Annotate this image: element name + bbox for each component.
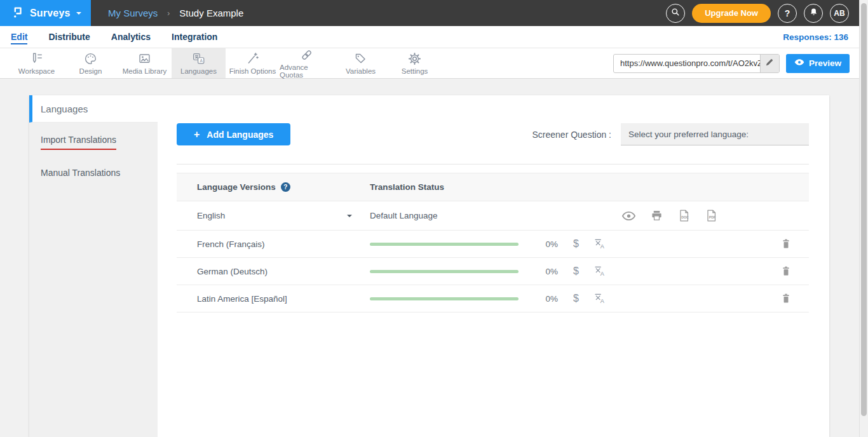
scrollbar-thumb[interactable] [861,3,867,416]
sidebar-items: Import Translations Manual Translations [29,123,158,437]
default-language-dropdown[interactable]: English [197,211,370,220]
toolbar-item-label: Finish Options [229,67,276,75]
languages-panel: Languages Import Translations Manual Tra… [29,95,829,437]
top-bar-actions: Upgrade Now ? AB [666,4,859,23]
header-language-versions: Language Versions ? [197,182,370,192]
paid-translation-icon[interactable]: $ [573,266,579,277]
tab-analytics[interactable]: Analytics [111,32,151,42]
tab-distribute[interactable]: Distribute [48,32,90,42]
tab-edit[interactable]: Edit [11,32,27,42]
table-row-language: Latin America [Español] 0% $ A [177,285,809,313]
toolbar-item-label: Media Library [123,67,167,75]
search-icon [670,7,681,19]
toolbar-item-label: Settings [402,67,428,75]
delete-language-icon[interactable] [781,293,791,304]
toolbar-item-label: Languages [180,67,217,75]
toolbar-item-languages[interactable]: A Languages [172,48,226,78]
gear-icon [408,52,421,65]
product-name: Surveys [30,8,71,19]
breadcrumb: My Surveys › Study Example [108,8,243,18]
chevron-down-icon [347,215,352,220]
panel-sidebar: Languages Import Translations Manual Tra… [29,95,158,437]
toolbar-item-design[interactable]: Design [64,48,118,78]
print-icon[interactable] [651,210,663,222]
table-row-default-language: English Default Language [177,201,809,231]
toolbar-item-media-library[interactable]: Media Library [118,48,172,78]
survey-nav: Edit Distribute Analytics Integration Re… [0,26,859,48]
export-doc-icon[interactable]: DOC [678,209,690,222]
add-languages-button[interactable]: + Add Languages [177,123,290,145]
avatar[interactable]: AB [830,4,849,23]
translation-progress-bar [370,297,519,300]
responses-count[interactable]: Responses: 136 [783,32,848,42]
auto-translate-icon[interactable]: A [594,266,606,277]
toolbar-item-settings[interactable]: Settings [388,48,442,78]
language-status-cell: 0% $ A [370,266,763,277]
sidebar-title-languages[interactable]: Languages [29,95,158,123]
translation-percent: 0% [536,267,558,276]
avatar-initials: AB [834,9,844,18]
toolbar-item-label: Variables [346,67,376,75]
chain-links-icon [300,48,313,62]
translation-percent: 0% [536,294,558,304]
toolbar-item-finish-options[interactable]: Finish Options [226,48,280,78]
product-menu[interactable]: Surveys [0,0,91,26]
default-language-status: Default Language [370,211,438,220]
question-mark-icon: ? [785,8,790,18]
toolbar-item-variables[interactable]: Variables [334,48,388,78]
notifications-button[interactable] [804,4,823,23]
tab-integration[interactable]: Integration [172,32,217,42]
breadcrumb-my-surveys[interactable]: My Surveys [108,8,158,18]
content-area: Languages Import Translations Manual Tra… [0,79,859,437]
app-window: Surveys My Surveys › Study Example Upgra… [0,0,859,437]
upgrade-now-button[interactable]: Upgrade Now [692,4,771,23]
edit-toolbar: Workspace Design Media Li [0,48,859,79]
plus-icon: + [194,129,200,140]
pencil-icon [765,58,774,69]
default-row-actions: DOC PDF [622,209,717,222]
default-language-name: English [197,211,225,220]
scrollbar[interactable] [859,0,868,437]
workspace-icon [30,52,43,65]
search-button[interactable] [666,4,685,23]
toolbar-item-workspace[interactable]: Workspace [10,48,64,78]
screener-question-value: Select your preferred language: [628,130,749,139]
help-badge-icon[interactable]: ? [281,182,290,192]
translation-percent: 0% [536,239,558,249]
panel-main: + Add Languages Screener Question : Sele… [158,95,829,437]
sidebar-item-manual-translations[interactable]: Manual Translations [29,159,158,187]
survey-url-input[interactable]: https://www.questionpro.com/t/AO2kvZ [614,55,760,72]
preview-button[interactable]: Preview [786,54,850,73]
sidebar-item-import-translations[interactable]: Import Translations [29,126,158,159]
export-pdf-icon[interactable]: PDF [705,209,717,222]
svg-text:A: A [600,298,604,304]
questionpro-logo-icon [10,4,24,22]
translation-progress-bar [370,243,519,246]
section-divider [177,164,809,165]
add-languages-label: Add Languages [207,130,273,140]
tag-icon [354,52,367,65]
paid-translation-icon[interactable]: $ [573,293,579,304]
table-header-row: Language Versions ? Translation Status [177,173,809,201]
auto-translate-icon[interactable]: A [594,293,606,304]
svg-text:A: A [600,243,604,250]
table-row-language: French (Français) 0% $ A [177,231,809,258]
translation-progress-bar [370,270,519,273]
delete-language-icon[interactable] [781,238,791,250]
delete-language-icon[interactable] [781,266,791,277]
language-status-cell: 0% $ A [370,238,763,250]
toolbar-item-label: Advance Quotas [280,64,334,79]
paid-translation-icon[interactable]: $ [573,238,579,250]
breadcrumb-separator-icon: › [167,9,170,18]
toolbar-item-label: Design [79,67,102,75]
edit-url-button[interactable] [760,55,779,72]
auto-translate-icon[interactable]: A [594,238,606,250]
table-row-language: German (Deutsch) 0% $ A [177,258,809,285]
view-survey-icon[interactable] [622,212,635,220]
palette-icon [84,52,97,65]
language-name: French (Français) [197,239,265,249]
svg-text:A: A [200,58,203,63]
toolbar-item-advance-quotas[interactable]: Advance Quotas [280,48,334,78]
screener-question-select[interactable]: Select your preferred language: [621,123,809,145]
help-button[interactable]: ? [778,4,797,23]
